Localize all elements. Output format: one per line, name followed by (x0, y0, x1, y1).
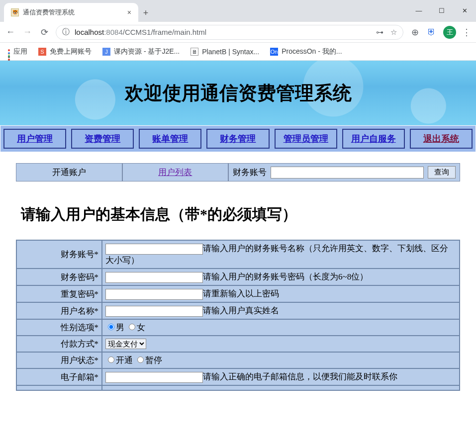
bookmark-1[interactable]: S 免费上网账号 (38, 47, 92, 56)
tab-title: 通信资费管理系统 (23, 8, 75, 17)
apps-grid-icon (7, 48, 10, 56)
row-repeat-password: 重复密码* 请重新输入以上密码 (17, 286, 459, 302)
subbar-user-list[interactable]: 用户列表 (122, 163, 229, 181)
user-name-input[interactable] (105, 306, 203, 317)
subbar-open-account[interactable]: 开通账户 (16, 163, 122, 181)
gender-female-radio[interactable] (129, 324, 135, 330)
key-icon[interactable]: ⊶ (376, 28, 383, 37)
gender-male-radio[interactable] (108, 324, 114, 330)
bookmark-3-label: PlanetB | Syntax... (202, 48, 259, 56)
hint-user-name: 请输入用户真实姓名 (203, 306, 279, 315)
hint-repeat-password: 请重新输入以上密码 (203, 289, 279, 298)
row-finance-account: 财务账号* 请输入用户的财务账号名称（只允许用英文、数字、下划线、区分大小写） (17, 241, 459, 268)
bookmark-2-label: 课内资源 - 基于J2E... (114, 47, 180, 56)
menu-self-service[interactable]: 用户自服务 (342, 129, 405, 149)
label-user-name: 用户名称* (17, 303, 101, 319)
bookmark-3[interactable]: 🗎 PlanetB | Syntax... (190, 48, 259, 56)
extensions-icon[interactable]: ⊕ (409, 27, 420, 38)
bookmark-icon: On (270, 48, 278, 56)
label-user-status: 用户状态* (17, 353, 101, 368)
menu-bill-mgmt[interactable]: 账单管理 (139, 129, 201, 149)
search-label: 财务账号 (233, 167, 267, 178)
row-blank (17, 386, 459, 390)
status-open-radio[interactable] (108, 357, 114, 363)
status-open-option[interactable]: 开通 (105, 356, 133, 365)
url-host: localhost (75, 28, 104, 36)
status-pause-option[interactable]: 暂停 (135, 356, 162, 365)
file-icon: 🗎 (190, 48, 198, 56)
search-finance-input[interactable] (271, 167, 424, 179)
row-user-status: 用户状态* 开通 暂停 (17, 353, 459, 368)
window-close-icon[interactable]: ✕ (453, 0, 476, 21)
gender-male-option[interactable]: 男 (105, 323, 124, 332)
bookmarks-bar: 应用 S 免费上网账号 J 课内资源 - 基于J2E... 🗎 PlanetB … (0, 43, 476, 61)
gender-female-option[interactable]: 女 (126, 323, 145, 332)
user-form-table: 财务账号* 请输入用户的财务账号名称（只允许用英文、数字、下划线、区分大小写） … (16, 240, 460, 391)
hint-email: 请输入正确的电子邮箱信息，以便我们能及时联系你 (203, 372, 397, 381)
shield-icon[interactable]: ⛨ (426, 27, 437, 37)
menu-admin-mgmt[interactable]: 管理员管理 (275, 129, 337, 149)
label-gender: 性别选项* (17, 320, 101, 335)
browser-toolbar: ← → ⟳ ⓘ localhost:8084/CCMS1/frame/main.… (0, 22, 476, 43)
form-title: 请输入用户的基本信息（带*的必须填写） (21, 204, 460, 225)
favicon-icon: 🐯 (11, 8, 19, 16)
menu-exit[interactable]: 退出系统 (410, 129, 473, 149)
hint-finance-password: 请输入用户的财务账号密码（长度为6~8位） (203, 272, 368, 281)
search-button[interactable]: 查询 (428, 166, 456, 179)
bookmark-icon: J (102, 48, 110, 56)
menu-fee-mgmt[interactable]: 资费管理 (71, 129, 134, 149)
url-port: :8084 (104, 28, 123, 36)
window-maximize-icon[interactable]: ☐ (430, 0, 453, 21)
row-email: 电子邮箱* 请输入正确的电子邮箱信息，以便我们能及时联系你 (17, 369, 459, 385)
tab-close-icon[interactable]: × (127, 8, 131, 16)
pay-method-select[interactable]: 现金支付 (105, 339, 146, 349)
nav-back-icon[interactable]: ← (5, 27, 16, 37)
label-pay-method: 付款方式* (17, 336, 101, 352)
star-icon[interactable]: ☆ (390, 28, 397, 37)
status-pause-radio[interactable] (137, 357, 144, 363)
label-finance-account: 财务账号* (17, 241, 101, 268)
menu-user-mgmt[interactable]: 用户管理 (3, 129, 66, 149)
new-tab-button[interactable]: + (138, 5, 153, 21)
label-email: 电子邮箱* (17, 369, 101, 385)
finance-password-input[interactable] (105, 272, 203, 283)
bookmark-4-label: ProcessOn - 我的... (282, 47, 342, 56)
window-minimize-icon[interactable]: ― (407, 0, 430, 21)
email-input[interactable] (105, 372, 203, 383)
bookmark-1-label: 免费上网账号 (50, 47, 92, 56)
menu-finance-mgmt[interactable]: 财务管理 (206, 129, 269, 149)
main-menu: 用户管理 资费管理 账单管理 财务管理 管理员管理 用户自服务 退出系统 (0, 125, 476, 152)
bookmark-icon: S (38, 48, 46, 56)
bookmark-4[interactable]: On ProcessOn - 我的... (270, 47, 342, 56)
menu-kebab-icon[interactable]: ⋮ (462, 27, 471, 38)
row-finance-password: 财务密码* 请输入用户的财务账号密码（长度为6~8位） (17, 269, 459, 285)
url-path: /CCMS1/frame/main.html (123, 28, 206, 36)
bookmark-2[interactable]: J 课内资源 - 基于J2E... (102, 47, 180, 56)
browser-tab[interactable]: 🐯 通信资费管理系统 × (4, 3, 138, 22)
apps-button[interactable]: 应用 (7, 47, 27, 56)
banner: 欢迎使用通信资费管理系统 (0, 61, 476, 125)
label-finance-password: 财务密码* (17, 269, 101, 285)
finance-account-input[interactable] (105, 244, 203, 255)
window-titlebar: 🐯 通信资费管理系统 × + ― ☐ ✕ (0, 0, 476, 22)
page-viewport[interactable]: 欢迎使用通信资费管理系统 用户管理 资费管理 账单管理 财务管理 管理员管理 用… (0, 61, 476, 448)
label-repeat-password: 重复密码* (17, 286, 101, 302)
site-info-icon[interactable]: ⓘ (62, 27, 70, 37)
nav-forward-icon[interactable]: → (22, 27, 33, 37)
banner-title: 欢迎使用通信资费管理系统 (125, 81, 352, 106)
profile-avatar[interactable]: 王 (443, 26, 456, 39)
row-pay-method: 付款方式* 现金支付 (17, 336, 459, 352)
row-gender: 性别选项* 男 女 (17, 320, 459, 335)
nav-reload-icon[interactable]: ⟳ (39, 27, 50, 38)
subbar-search: 财务账号 查询 (228, 163, 460, 181)
sub-toolbar: 开通账户 用户列表 财务账号 查询 (16, 163, 460, 181)
address-bar[interactable]: ⓘ localhost:8084/CCMS1/frame/main.html ⊶… (56, 25, 403, 40)
repeat-password-input[interactable] (105, 289, 203, 300)
row-user-name: 用户名称* 请输入用户真实姓名 (17, 303, 459, 319)
apps-label: 应用 (13, 47, 27, 56)
